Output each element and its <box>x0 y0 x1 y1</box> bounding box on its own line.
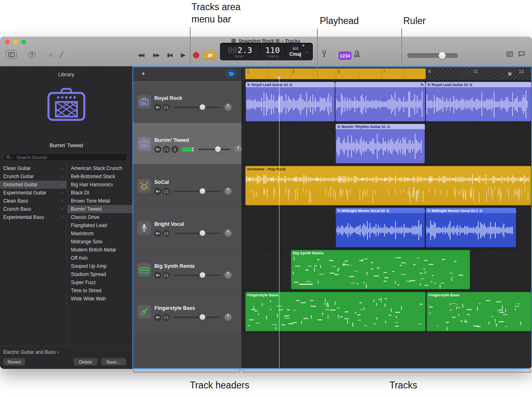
region-royal-lead-guitar-02[interactable]: ↻Royal Lead Guitar 02⊙ <box>426 82 531 121</box>
volume-knob[interactable] <box>215 146 221 152</box>
count-in-button[interactable]: 1234 <box>339 51 352 60</box>
headphones-button[interactable] <box>163 104 170 111</box>
add-track-button[interactable]: + <box>139 70 148 77</box>
revert-button[interactable]: Revert <box>3 358 25 366</box>
playhead[interactable] <box>279 77 279 368</box>
pan-knob[interactable] <box>224 229 232 237</box>
region-big-synth-remix[interactable]: Big Synth Remix <box>291 250 470 289</box>
cycle-region[interactable] <box>245 68 426 79</box>
track-header-big-synth-remix[interactable]: Big Synth Remix <box>133 249 242 291</box>
library-category-experimental-guitar[interactable]: Experimental Guitar› <box>0 189 66 197</box>
headphones-button[interactable] <box>163 230 170 237</box>
pan-knob[interactable] <box>224 187 232 195</box>
track-header-bright-vocal[interactable]: Bright Vocal <box>133 207 242 249</box>
track-header-socal[interactable]: SoCal <box>133 165 242 207</box>
region-burnin-rhythm-guitar-01[interactable]: ↻Burnin' Rhythm Guitar 01⊙ <box>336 124 425 163</box>
headphones-button[interactable] <box>163 272 170 279</box>
library-preset-black-di[interactable]: Black DI <box>68 189 132 197</box>
library-preset-american-stack-crunch[interactable]: American Stack Crunch <box>68 164 132 172</box>
library-preset-off-axis[interactable]: Off Axis <box>68 254 132 262</box>
quick-help-button[interactable]: ? <box>29 51 35 58</box>
region-fingerstyle-bass[interactable]: Fingerstyle Bass <box>426 292 531 331</box>
library-preset-wide-wide-wah[interactable]: Wide Wide Wah <box>68 295 132 303</box>
fast-forward-button[interactable]: ▶▶ <box>153 52 159 58</box>
quick-help-bubble-button[interactable] <box>518 51 525 57</box>
mute-button[interactable] <box>154 146 161 153</box>
region-fingerstyle-bass[interactable]: Fingerstyle Bass <box>245 292 426 331</box>
track-volume-slider[interactable] <box>174 188 220 194</box>
library-preset-flangilated-lead[interactable]: Flangilated Lead <box>68 221 132 229</box>
volume-knob[interactable] <box>200 230 205 236</box>
track-header-fingerstyle-bass[interactable]: Fingerstyle Bass <box>133 291 242 333</box>
record-button[interactable] <box>193 52 199 58</box>
library-preset-classic-drive[interactable]: Classic Drive <box>68 213 132 221</box>
search-input[interactable] <box>16 154 125 160</box>
volume-knob[interactable] <box>200 314 205 320</box>
tuner-button[interactable] <box>322 49 327 57</box>
library-category-clean-bass[interactable]: Clean Bass› <box>0 197 66 205</box>
library-category-experimental-bass[interactable]: Experimental Bass› <box>0 213 66 221</box>
go-to-beginning-button[interactable]: ▮◀ <box>167 52 172 58</box>
mute-button[interactable] <box>154 272 161 279</box>
region-royal-rock-loop[interactable]: ↻ <box>335 82 425 121</box>
library-toggle-button[interactable] <box>6 50 17 59</box>
search-scope-chevron[interactable]: ⌄ <box>11 155 14 159</box>
library-preset-modern-british-metal[interactable]: Modern British Metal <box>68 246 132 254</box>
mute-button[interactable] <box>154 230 161 237</box>
region-midnight-moves-vocal-02-1[interactable]: ↻Midnight Moves Vocal 02.1⊙ <box>426 208 516 247</box>
brightness-icon[interactable]: ☼ <box>48 51 53 58</box>
input-button[interactable] <box>171 146 178 153</box>
volume-knob[interactable] <box>200 104 205 110</box>
track-header-burnin-tweed[interactable]: Burnin' Tweed <box>133 123 242 165</box>
volume-knob[interactable] <box>200 272 205 278</box>
track-volume-slider[interactable] <box>174 272 220 278</box>
library-preset-burnin-tweed[interactable]: Burnin' Tweed <box>68 205 132 213</box>
mute-button[interactable] <box>154 314 161 321</box>
headphones-button[interactable] <box>163 314 170 321</box>
rewind-button[interactable]: ◀◀ <box>138 52 143 58</box>
volume-knob[interactable] <box>200 188 205 194</box>
track-volume-slider[interactable] <box>174 314 220 320</box>
track-volume-slider[interactable] <box>198 146 230 152</box>
pan-knob[interactable] <box>235 146 242 153</box>
pan-knob[interactable] <box>224 313 232 321</box>
library-preset-big-hair-harmonics[interactable]: Big Hair Harmonics <box>68 181 132 189</box>
library-preset-stadium-spread[interactable]: Stadium Spread <box>68 270 132 278</box>
editors-button[interactable] <box>506 51 513 57</box>
track-header-config-button[interactable] <box>226 70 237 78</box>
library-preset-souped-up-amp[interactable]: Souped Up Amp <box>68 262 132 270</box>
delete-button[interactable]: Delete <box>73 358 98 366</box>
library-preset-brown-tone-metal[interactable]: Brown Tone Metal <box>68 197 132 205</box>
track-header-royal-rock[interactable]: Royal Rock <box>133 81 242 123</box>
headphones-button[interactable] <box>163 146 170 153</box>
library-category-crunch-guitar[interactable]: Crunch Guitar› <box>0 172 66 181</box>
library-preset-time-to-shred[interactable]: Time to Shred <box>68 287 132 295</box>
library-preset-maelstrom[interactable]: Maelstrom <box>68 229 132 238</box>
headphones-button[interactable] <box>163 188 170 195</box>
lcd-display[interactable]: 002.3 BEAT 110 TEMPO 4/4 Cmaj ⌄ <box>220 43 313 60</box>
library-preset-bell-bottomed-stack[interactable]: Bell-Bottomed Stack <box>68 172 132 181</box>
library-category-distorted-guitar[interactable]: Distorted Guitar› <box>0 181 66 189</box>
library-category-crunch-bass[interactable]: Crunch Bass› <box>0 205 66 213</box>
pencil-icon[interactable]: ╱ <box>60 51 63 58</box>
library-preset-super-fuzz[interactable]: Super Fuzz <box>68 278 132 287</box>
save-button[interactable]: Save… <box>101 358 126 366</box>
cycle-button[interactable]: ⇄ <box>204 51 216 60</box>
volume-knob[interactable] <box>439 52 446 59</box>
ruler[interactable]: 135791113 <box>242 67 531 81</box>
track-volume-slider[interactable] <box>174 104 220 110</box>
region-midnight-moves-vocal-02[interactable]: ↻Midnight Moves Vocal 02⊙ <box>336 208 425 247</box>
pan-knob[interactable] <box>224 271 232 279</box>
library-preset-midrange-solo[interactable]: Midrange Solo <box>68 238 132 246</box>
track-volume-slider[interactable] <box>174 230 220 236</box>
metronome-button[interactable] <box>354 50 360 57</box>
master-volume-slider[interactable] <box>407 53 458 58</box>
play-button[interactable]: ▶ <box>181 51 186 59</box>
mute-button[interactable] <box>154 188 161 195</box>
search-field[interactable]: ⌄ <box>3 153 128 161</box>
footer-category-link[interactable]: Electric Guitar and Bass › <box>3 349 59 355</box>
region-drummer-pop-rock[interactable]: Drummer - Pop Rock <box>245 166 531 205</box>
region-royal-lead-guitar-01[interactable]: ↻Royal Lead Guitar 01⊙ <box>246 82 335 121</box>
library-category-clean-guitar[interactable]: Clean Guitar› <box>0 164 66 172</box>
mute-button[interactable] <box>154 104 161 111</box>
